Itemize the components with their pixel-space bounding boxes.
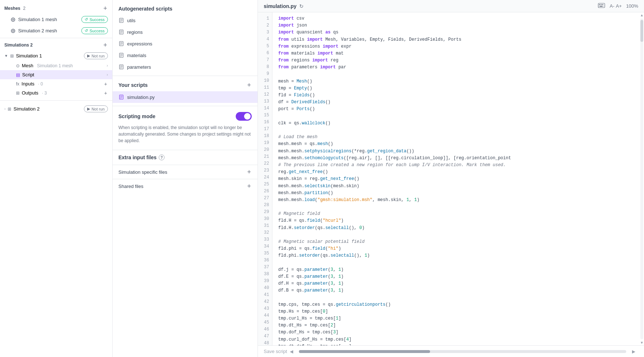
add-input-button[interactable]: + — [104, 81, 108, 87]
success-label-1: Success — [89, 17, 105, 22]
inputs-sub-label: Inputs — [21, 81, 34, 87]
meshes-section-header: Meshes 2 + — [0, 3, 112, 14]
line-numbers: 1 2 3 4 5 6 7 8 9 10 11 12 13 14 15 16 1… — [258, 12, 272, 345]
simulations-label: Simulations — [4, 43, 29, 48]
save-script-button[interactable]: Save script — [264, 349, 287, 354]
font-increase-button[interactable]: A+ — [616, 3, 621, 9]
sim1-mesh-subitem[interactable]: ⊙ Mesh Simulation 1 mesh › — [0, 61, 112, 70]
simulation2-status-badge[interactable]: ▶ Not run — [84, 105, 108, 112]
divider-1 — [0, 38, 112, 38]
scroll-down-arrow[interactable]: ▼ — [639, 340, 644, 345]
sidebar: Meshes 2 + Simulation 1 mesh ↺ Success — [0, 0, 113, 357]
script-item-expressions[interactable]: expressions — [113, 38, 258, 49]
scroll-track[interactable] — [640, 19, 643, 339]
active-script-name: simulation.py — [127, 95, 155, 100]
simulation2-row[interactable]: › ⊞ Simulation 2 ▶ Not run — [0, 104, 112, 114]
scroll-right-arrow[interactable]: ▶ — [632, 349, 635, 354]
simulation1-mesh-item[interactable]: Simulation 1 mesh ↺ Success — [0, 14, 112, 25]
simulation2-mesh-status[interactable]: ↺ Success — [81, 27, 108, 34]
run-icon-1: ▶ — [87, 53, 90, 58]
svg-rect-32 — [603, 6, 604, 7]
add-shared-file-button[interactable]: + — [246, 183, 252, 189]
extra-input-help-icon[interactable]: ? — [159, 155, 165, 160]
meshes-count: 2 — [23, 6, 25, 11]
script-item-materials[interactable]: materials — [113, 49, 258, 61]
code-content[interactable]: import csv import json import quanscient… — [272, 12, 644, 345]
script-item-utils[interactable]: utils — [113, 15, 258, 26]
your-scripts-title: Your scripts — [118, 82, 148, 88]
font-decrease-button[interactable]: A- — [609, 3, 614, 9]
extra-input-files-section: Extra input files ? — [113, 150, 258, 165]
simulation1-status-badge[interactable]: ▶ Not run — [84, 52, 108, 59]
shared-files-label: Shared files — [118, 184, 143, 189]
script-item-regions[interactable]: regions — [113, 26, 258, 38]
script-sub-chevron-icon: › — [107, 73, 108, 77]
simulation1-row[interactable]: ▼ ⊞ Simulation 1 ▶ Not run — [0, 51, 112, 61]
script-sub-label: Script — [22, 72, 34, 77]
scroll-left-arrow[interactable]: ◀ — [290, 349, 293, 354]
scroll-thumb[interactable] — [640, 20, 643, 42]
middle-panel: Autogenerated scripts utils — [113, 0, 258, 357]
script-label-expressions: expressions — [127, 41, 152, 47]
your-scripts-header: Your scripts + — [113, 79, 258, 91]
script-label-materials: materials — [127, 53, 146, 58]
doc-icon-parameters — [118, 64, 124, 70]
script-item-parameters[interactable]: parameters — [113, 61, 258, 73]
scripting-mode-desc: When scripting is enabled, the simulatio… — [118, 124, 252, 144]
add-mesh-button[interactable]: + — [102, 5, 108, 12]
code-header: simulation.py ↻ A- A+ 100% — [258, 0, 644, 12]
shared-files-row[interactable]: Shared files + — [113, 179, 258, 193]
add-sim-specific-file-button[interactable]: + — [246, 169, 252, 175]
simulation1-mesh-status[interactable]: ↺ Success — [81, 16, 108, 23]
zoom-level: 100% — [626, 3, 638, 9]
horizontal-scrollbar[interactable] — [299, 350, 626, 353]
extra-input-files-label: Extra input files — [118, 155, 157, 160]
svg-rect-28 — [601, 4, 602, 5]
meshes-label: Meshes 2 — [4, 6, 25, 11]
scripting-mode-label: Scripting mode — [118, 113, 155, 119]
simulation-specific-files-row[interactable]: Simulation specific files + — [113, 165, 258, 179]
mesh-sub-chevron-icon: › — [107, 64, 108, 68]
simulation-specific-files-label: Simulation specific files — [118, 169, 167, 175]
refresh-icon[interactable]: ↻ — [299, 3, 304, 9]
code-footer: Save script ◀ ▶ — [258, 345, 644, 357]
success-label-2: Success — [89, 29, 105, 33]
add-output-button[interactable]: + — [104, 91, 108, 96]
sim1-script-subitem[interactable]: ▤ Script › — [0, 70, 112, 79]
simulations-count: 2 — [30, 43, 33, 48]
simulation2-status-label: Not run — [92, 107, 105, 111]
sim1-type-icon: ⊞ — [10, 53, 14, 59]
vertical-scrollbar[interactable]: ▲ ▼ — [640, 12, 644, 345]
simulation2-label: Simulation 2 — [13, 106, 40, 112]
simulation1-mesh-label: Simulation 1 mesh — [18, 17, 57, 22]
inputs-sub-icon: fx — [16, 81, 19, 87]
autogenerated-title: Autogenerated scripts — [113, 0, 258, 15]
simulations-section-header: Simulations 2 + — [0, 40, 112, 51]
panel-divider-1 — [113, 76, 258, 76]
mesh-icon-2 — [10, 28, 16, 34]
script-label-utils: utils — [127, 18, 135, 23]
autogenerated-scripts-list: utils regions ex — [113, 15, 258, 73]
outputs-sub-label: Outputs — [22, 90, 39, 96]
add-script-button[interactable]: + — [246, 82, 252, 88]
code-panel: simulation.py ↻ A- A+ 100% — [258, 0, 644, 357]
doc-icon-regions — [118, 29, 124, 35]
simulation2-mesh-item[interactable]: Simulation 2 mesh ↺ Success — [0, 25, 112, 36]
font-controls: A- A+ — [609, 3, 621, 9]
keyboard-icon[interactable] — [598, 3, 605, 9]
code-pre: import csv import json import quanscient… — [278, 15, 638, 345]
doc-icon-utils — [118, 17, 124, 23]
simulation1-status-label: Not run — [92, 54, 105, 58]
script-label-parameters: parameters — [127, 64, 151, 70]
add-simulation-button[interactable]: + — [102, 42, 108, 48]
sim1-outputs-subitem[interactable]: ⊞ Outputs · 3 + — [0, 88, 112, 97]
scripting-mode-toggle[interactable] — [236, 112, 252, 121]
svg-rect-26 — [598, 3, 605, 8]
active-script-item[interactable]: simulation.py — [113, 91, 258, 103]
active-script-icon — [118, 94, 124, 100]
horizontal-scrollbar-thumb[interactable] — [299, 350, 430, 353]
script-label-regions: regions — [127, 29, 143, 35]
scroll-up-arrow[interactable]: ▲ — [639, 12, 644, 18]
sim1-inputs-subitem[interactable]: fx Inputs · 0 + — [0, 79, 112, 88]
svg-rect-31 — [599, 6, 599, 7]
